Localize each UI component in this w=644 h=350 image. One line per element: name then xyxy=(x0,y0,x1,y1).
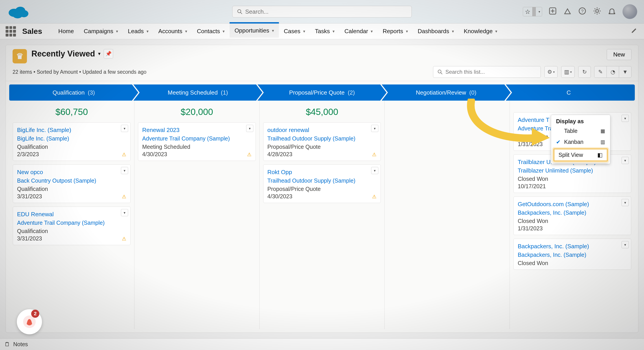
chevron-down-icon[interactable]: ▾ xyxy=(116,29,118,34)
nav-tab-label: Campaigns xyxy=(84,28,113,35)
card-menu-button[interactable]: ▾ xyxy=(121,167,128,174)
nav-tab-label: Accounts xyxy=(158,28,182,35)
card-title-link[interactable]: GetOutdoors.com (Sample) xyxy=(518,201,627,208)
nav-tab-cases[interactable]: Cases▾ xyxy=(279,23,310,39)
card-menu-button[interactable]: ▾ xyxy=(371,167,378,174)
card-account-link[interactable]: Backpackers, Inc. (Sample) xyxy=(518,209,627,216)
chevron-down-icon[interactable]: ▾ xyxy=(371,29,373,34)
card-menu-button[interactable]: ▾ xyxy=(622,241,629,248)
card-title-link[interactable]: Rokt Opp xyxy=(268,169,377,176)
nav-tab-dashboards[interactable]: Dashboards▾ xyxy=(413,23,459,39)
chevron-down-icon[interactable]: ▾ xyxy=(185,29,187,34)
app-launcher-icon[interactable] xyxy=(6,26,16,36)
list-search[interactable] xyxy=(433,66,541,78)
chart-button[interactable]: ◔ xyxy=(606,66,619,78)
kanban-card[interactable]: ▾GetOutdoors.com (Sample)Backpackers, In… xyxy=(514,196,631,235)
card-title-link[interactable]: New opco xyxy=(17,169,126,176)
utility-bar: 🗒 Notes xyxy=(0,338,644,350)
kanban-card[interactable]: ▾BigLife Inc. (Sample)BigLife Inc. (Samp… xyxy=(13,122,130,161)
card-title-link[interactable]: Backpackers, Inc. (Sample) xyxy=(518,243,627,250)
notifications-bell-icon[interactable] xyxy=(608,7,616,17)
card-menu-button[interactable]: ▾ xyxy=(622,199,629,206)
nav-tab-leads[interactable]: Leads▾ xyxy=(123,23,154,39)
kanban-card[interactable]: ▾New opcoBack Country Outpost (Sample)Qu… xyxy=(13,165,130,203)
nav-tab-opportunities[interactable]: Opportunities▾ xyxy=(230,22,279,38)
card-menu-button[interactable]: ▾ xyxy=(246,125,253,132)
notes-label[interactable]: Notes xyxy=(13,341,28,348)
help-icon[interactable]: ? xyxy=(578,7,586,17)
card-title-link[interactable]: BigLife Inc. (Sample) xyxy=(17,127,126,134)
chevron-down-icon[interactable]: ▾ xyxy=(98,51,100,57)
column-total: $60,750 xyxy=(13,103,130,119)
display-option-split-view[interactable]: Split View ◧ xyxy=(553,148,608,162)
list-search-input[interactable] xyxy=(446,69,536,75)
pin-button[interactable]: 📌 xyxy=(104,49,113,58)
card-menu-button[interactable]: ▾ xyxy=(371,125,378,132)
card-account-link[interactable]: Adventure Trail Company (Sample) xyxy=(142,135,252,142)
guru-badge[interactable]: 2 xyxy=(17,309,42,334)
stage-name: Negotiation/Review xyxy=(416,89,466,96)
chevron-down-icon[interactable]: ▾ xyxy=(406,29,408,34)
card-menu-button[interactable]: ▾ xyxy=(622,115,629,122)
list-settings-button[interactable]: ⚙▾ xyxy=(544,66,558,78)
nav-tab-home[interactable]: Home xyxy=(54,23,79,39)
nav-tab-knowledge[interactable]: Knowledge▾ xyxy=(459,23,502,39)
display-option-kanban[interactable]: ✔ Kanban ▥ xyxy=(551,137,610,148)
card-account-link[interactable]: Trailblazer Unlimited (Sample) xyxy=(518,167,627,174)
stage-4[interactable]: C xyxy=(506,84,635,101)
kanban-card[interactable]: ▾outdoor renewalTrailhead Outdoor Supply… xyxy=(263,122,381,161)
global-search[interactable] xyxy=(232,6,412,17)
refresh-button[interactable]: ↻ xyxy=(578,66,591,78)
setup-gear-icon[interactable] xyxy=(593,7,601,17)
chevron-down-icon[interactable]: ▾ xyxy=(146,29,148,34)
stage-0[interactable]: Qualification(3) xyxy=(9,84,138,101)
add-icon[interactable] xyxy=(548,7,557,17)
favorites-toggle[interactable]: ☆ ▾ xyxy=(523,7,542,16)
navigation-bar: Sales HomeCampaigns▾Leads▾Accounts▾Conta… xyxy=(0,23,644,39)
card-title-link[interactable]: EDU Renewal xyxy=(17,211,126,218)
chevron-down-icon[interactable]: ▾ xyxy=(272,28,274,33)
stage-2[interactable]: Proposal/Price Quote(2) xyxy=(258,84,386,101)
stage-3[interactable]: Negotiation/Review(0) xyxy=(382,84,511,101)
card-account-link[interactable]: BigLife Inc. (Sample) xyxy=(17,135,126,142)
card-title-link[interactable]: Renewal 2023 xyxy=(142,127,252,134)
stage-1[interactable]: Meeting Scheduled(1) xyxy=(133,84,262,101)
card-account-link[interactable]: Trailhead Outdoor Supply (Sample) xyxy=(268,135,377,142)
nav-tab-reports[interactable]: Reports▾ xyxy=(378,23,413,39)
chevron-down-icon[interactable]: ▾ xyxy=(332,29,334,34)
list-view-title[interactable]: Recently Viewed xyxy=(32,49,95,58)
nav-tab-label: Opportunities xyxy=(234,27,269,34)
display-as-button[interactable]: ▥▾ xyxy=(561,66,575,78)
filter-button[interactable]: ▼ xyxy=(619,66,632,78)
display-option-table[interactable]: Table ▦ xyxy=(551,126,610,137)
kanban-card[interactable]: ▾EDU RenewalAdventure Trail Company (Sam… xyxy=(13,207,130,245)
card-account-link[interactable]: Back Country Outpost (Sample) xyxy=(17,177,126,184)
chevron-down-icon[interactable]: ▾ xyxy=(495,29,497,34)
nav-tab-campaigns[interactable]: Campaigns▾ xyxy=(79,23,123,39)
edit-inline-button[interactable]: ✎ xyxy=(594,66,607,78)
new-button[interactable]: New xyxy=(607,49,632,60)
trailhead-icon[interactable] xyxy=(563,7,572,17)
card-account-link[interactable]: Backpackers, Inc. (Sample) xyxy=(518,252,627,258)
card-menu-button[interactable]: ▾ xyxy=(622,157,629,164)
chevron-down-icon[interactable]: ▾ xyxy=(452,29,454,34)
card-menu-button[interactable]: ▾ xyxy=(121,209,128,216)
kanban-card[interactable]: ▾Renewal 2023Adventure Trail Company (Sa… xyxy=(138,122,256,161)
chevron-down-icon[interactable]: ▾ xyxy=(303,29,305,34)
user-avatar[interactable] xyxy=(622,4,637,19)
nav-tab-accounts[interactable]: Accounts▾ xyxy=(154,23,192,39)
kanban-card[interactable]: ▾Backpackers, Inc. (Sample)Backpackers, … xyxy=(514,239,631,270)
notes-icon[interactable]: 🗒 xyxy=(4,341,10,348)
nav-tab-calendar[interactable]: Calendar▾ xyxy=(340,23,378,39)
nav-tab-contacts[interactable]: Contacts▾ xyxy=(192,23,230,39)
kanban-card[interactable]: ▾Rokt OppTrailhead Outdoor Supply (Sampl… xyxy=(263,165,381,203)
stage-count: (3) xyxy=(88,89,95,96)
global-search-input[interactable] xyxy=(245,8,407,15)
card-account-link[interactable]: Adventure Trail Company (Sample) xyxy=(17,220,126,226)
card-title-link[interactable]: outdoor renewal xyxy=(268,127,377,134)
chevron-down-icon[interactable]: ▾ xyxy=(222,29,224,34)
nav-tab-tasks[interactable]: Tasks▾ xyxy=(310,23,340,39)
card-account-link[interactable]: Trailhead Outdoor Supply (Sample) xyxy=(268,177,377,184)
card-menu-button[interactable]: ▾ xyxy=(121,125,128,132)
edit-nav-button[interactable] xyxy=(631,27,644,35)
